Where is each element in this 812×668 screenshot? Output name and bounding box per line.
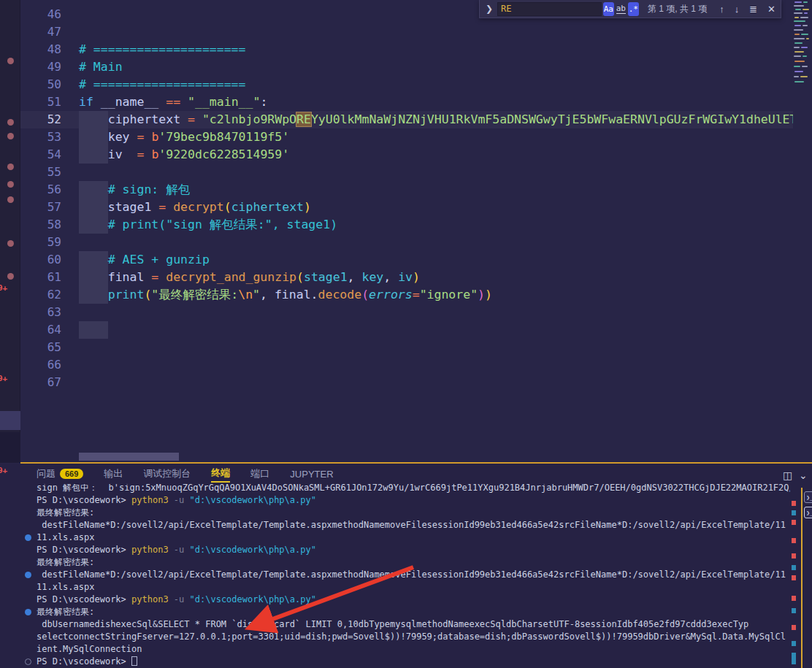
find-in-selection-icon[interactable]: ≣ [749, 4, 757, 15]
line-number[interactable]: 47 [20, 23, 61, 41]
line-number[interactable]: 62 [20, 286, 61, 304]
line-number[interactable]: 61 [20, 269, 61, 286]
next-match-icon[interactable]: ↓ [735, 4, 740, 15]
panel-tab-label: 端口 [250, 467, 269, 480]
command-decoration-dot[interactable] [25, 609, 31, 615]
terminal-line: PS D:\vscodework> python3 -u "d:\vscodew… [37, 544, 316, 556]
code-text: # AES + gunzip [79, 251, 210, 269]
match-case-button[interactable]: Aa [603, 2, 614, 16]
code-text [79, 321, 108, 339]
terminal-scroll-mark[interactable] [792, 520, 796, 525]
line-number[interactable]: 53 [20, 128, 61, 146]
command-decoration-dot[interactable] [25, 572, 31, 578]
minimap-mark [806, 38, 809, 39]
minimap-mark [794, 29, 803, 31]
strip-marker-dot [7, 119, 14, 126]
minimap-mark [794, 20, 805, 22]
minimap-mark [794, 38, 805, 39]
line-number[interactable]: 46 [20, 6, 61, 23]
terminal-scroll-mark[interactable] [792, 625, 796, 630]
find-input[interactable]: RE [497, 2, 602, 16]
terminal-line: destFileName*D:/sovell2/api/ExcelTemplat… [37, 569, 786, 581]
line-number[interactable]: 65 [20, 339, 61, 356]
terminal-list-item-icon[interactable]: ❯_ [804, 491, 812, 503]
panel-tab-label: 问题 [37, 467, 55, 480]
find-replace-toggle-icon[interactable]: ❯ [486, 4, 493, 14]
panel-tab-调试控制台[interactable]: 调试控制台 [143, 467, 191, 482]
code-line: 65 [20, 339, 812, 356]
line-number[interactable]: 58 [20, 216, 61, 234]
line-number[interactable]: 51 [20, 93, 61, 111]
code-line: 51if __name__ == "__main__": [20, 93, 812, 111]
line-number[interactable]: 48 [20, 41, 61, 58]
editor-horizontal-scrollbar[interactable] [79, 453, 179, 461]
line-number[interactable]: 63 [20, 304, 61, 321]
minimap-mark [800, 17, 808, 18]
terminal-scroll-mark[interactable] [792, 653, 796, 664]
terminal-scroll-mark[interactable] [792, 553, 796, 558]
code-text: # ===================== [79, 41, 245, 58]
strip-overflow-count: 9+ [0, 374, 7, 383]
terminal-scroll-mark[interactable] [792, 596, 796, 601]
panel-tab-输出[interactable]: 输出 [104, 467, 123, 482]
minimap-mark [794, 55, 801, 57]
panel-tab-label: 输出 [104, 467, 123, 480]
terminal-line: ient.MySqlConnection [37, 643, 142, 656]
minimap-mark [794, 1, 802, 3]
code-line: 54 iv = b'9220dc6228514959' [20, 146, 812, 164]
terminal-scroll-mark[interactable] [792, 501, 796, 506]
terminal-scroll-mark[interactable] [792, 608, 796, 613]
strip-overflow-count: 9+ [0, 283, 7, 293]
command-decoration-dot[interactable] [25, 534, 31, 541]
panel-tab-问题[interactable]: 问题669 [37, 467, 83, 482]
whole-word-button[interactable]: ab [616, 2, 627, 16]
line-number[interactable]: 49 [20, 58, 61, 76]
panel-tab-JUPYTER[interactable]: JUPYTER [290, 469, 333, 481]
panel-tab-端口[interactable]: 端口 [250, 467, 269, 482]
minimap-mark [794, 61, 805, 62]
editor-minimap[interactable] [793, 0, 812, 463]
strip-overflow-count: 9+ [0, 466, 7, 475]
code-text: key = b'79bec9b8470119f5' [79, 128, 289, 146]
split-terminal-icon[interactable]: ◫ [783, 469, 792, 481]
line-number[interactable]: 66 [20, 356, 61, 374]
line-number[interactable]: 60 [20, 251, 61, 269]
panel-tab-终端[interactable]: 终端 [211, 467, 230, 483]
terminal-output[interactable]: sign 解包中： b'sign:5xMnuoqZGqYrGqQA9O1XuAV… [0, 484, 790, 668]
terminal-list-item-icon[interactable]: ❯_ [804, 507, 812, 518]
code-text: # sign: 解包 [79, 181, 190, 199]
terminal-scroll-mark[interactable] [792, 538, 796, 543]
terminal-line: 最终解密结果: [37, 556, 94, 569]
minimap-mark [794, 51, 804, 53]
previous-match-icon[interactable]: ↑ [719, 4, 724, 15]
line-number[interactable]: 59 [20, 234, 61, 251]
code-text: # Main [79, 58, 123, 76]
line-number[interactable]: 56 [20, 181, 61, 199]
find-results-count: 第 1 项, 共 1 项 [648, 3, 707, 15]
panel-chevron-icon[interactable]: ⌄ [799, 469, 808, 481]
minimap-mark [801, 47, 808, 48]
terminal-scroll-mark[interactable] [792, 641, 796, 646]
terminal-scroll-mark[interactable] [792, 510, 796, 515]
line-number[interactable]: 57 [20, 199, 61, 216]
strip-marker-dot [7, 58, 14, 64]
terminal-scroll-mark[interactable] [792, 575, 796, 580]
line-number[interactable]: 52 [20, 111, 61, 128]
code-editor[interactable]: 464748# =====================49# Main50#… [20, 0, 812, 463]
command-decoration-ring[interactable] [25, 659, 31, 665]
whole-word-label: ab [616, 4, 626, 14]
bottom-panel: 问题669输出调试控制台终端端口JUPYTER ◫ ⌄ sign 解包中： b'… [0, 464, 812, 668]
regex-button[interactable]: .* [628, 2, 639, 16]
terminal-cursor [131, 656, 137, 666]
code-line: 55 [20, 164, 812, 181]
line-number[interactable]: 64 [20, 321, 61, 339]
terminal-scroll-mark[interactable] [792, 565, 796, 570]
line-number[interactable]: 54 [20, 146, 61, 164]
line-number[interactable]: 55 [20, 164, 61, 181]
close-find-icon[interactable]: ✕ [767, 4, 775, 15]
code-line: 62 print("最终解密结果:\n", final.decode(error… [20, 286, 812, 304]
left-pane-viewport-band[interactable] [0, 411, 20, 430]
line-number[interactable]: 50 [20, 76, 61, 93]
left-pane-bottom [0, 432, 20, 463]
line-number[interactable]: 67 [20, 374, 61, 391]
